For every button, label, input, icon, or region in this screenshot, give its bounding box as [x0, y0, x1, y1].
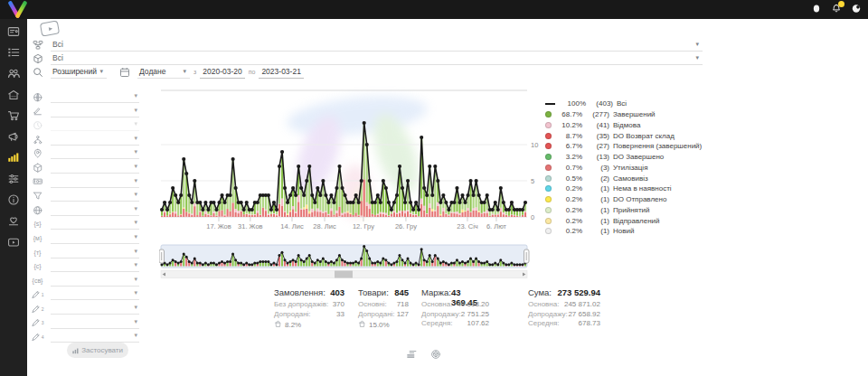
profile-icon[interactable]	[851, 3, 862, 14]
legend-item[interactable]: 8.7%(35)DO Возврат склад	[545, 130, 702, 141]
filter-dropdown-15[interactable]: ▾	[51, 303, 139, 315]
filter-panel-row-9: {s}▾	[31, 217, 139, 230]
chart-brush[interactable]	[159, 242, 548, 282]
filter-row-search: Розширений ▾ Додане ▾ з 2020-03-20 по 20…	[33, 66, 703, 78]
filter-panel-row-2: ▾	[31, 118, 139, 131]
svg-text:6. Лют: 6. Лют	[486, 222, 507, 230]
svg-text:28. Лис: 28. Лис	[313, 222, 336, 230]
legend-line-swatch	[545, 103, 555, 105]
legend-item[interactable]: 0.5%(2)Самовивіз	[545, 173, 702, 183]
legend-count: (1)	[584, 217, 609, 225]
date-field-dropdown[interactable]: Додане ▾	[137, 66, 190, 79]
filter-dropdown-16[interactable]: ▾	[51, 317, 139, 329]
filter-panel-row-6: ▾	[31, 175, 139, 188]
sidebar-item-megaphone[interactable]	[0, 127, 27, 148]
legend-percent: 0.2%	[555, 217, 582, 225]
sidebar-item-integrations[interactable]	[0, 170, 27, 191]
product-filter-dropdown[interactable]: Всі ▾	[51, 52, 703, 65]
filter-dropdown-4[interactable]: ▾	[51, 147, 139, 159]
stat-sub-label: Основна:	[528, 300, 559, 309]
play-icon	[48, 26, 52, 31]
stat-sub-label: Допродажу:	[528, 310, 568, 319]
chevron-down-icon: ▾	[134, 318, 137, 325]
legend-item[interactable]: 0.2%(1)DO Отправлено	[545, 194, 702, 205]
app-root: Всі ▾ Всі ▾ Розширений ▾ Додане ▾ з 2020…	[0, 0, 868, 376]
filter-panel-row-11: {т}▾	[31, 246, 139, 258]
date-from-input[interactable]: 2020-03-20	[200, 66, 244, 79]
legend-item[interactable]: 10.2%(41)Відмова	[545, 120, 702, 131]
category-tree-icon	[33, 40, 43, 51]
chevron-down-icon: ▾	[695, 41, 699, 48]
sidebar-item-analytics[interactable]	[0, 149, 27, 170]
legend-item[interactable]: 0.2%(1)Новий	[545, 226, 702, 237]
legend-label: Відмова	[613, 121, 640, 129]
legend-dot-swatch	[545, 218, 552, 224]
legend-dot-swatch	[545, 164, 552, 171]
legend-item[interactable]: 6.7%(27)Повернення (завершений)	[545, 141, 702, 152]
legend-item[interactable]: 0.2%(1)Прийнятий	[545, 205, 702, 216]
filter-dropdown-13[interactable]: ▾	[51, 275, 139, 287]
filter-dropdown-10[interactable]: ▾	[51, 232, 139, 244]
brush-handle-left[interactable]	[159, 249, 165, 263]
legend-percent: 10.2%	[555, 121, 582, 129]
orders-chart[interactable]: 051017. Жов31. Жов14. Лис28. Лис12. Гру2…	[159, 87, 548, 235]
sidebar-item-customers[interactable]	[0, 65, 27, 86]
filter-dropdown-5[interactable]: ▾	[51, 162, 139, 174]
sidebar-item-video[interactable]	[0, 233, 27, 254]
stat-sub-label: Допродані:	[358, 310, 395, 319]
search-mode-dropdown[interactable]: Розширений ▾	[51, 66, 107, 79]
source-pen-icon	[31, 106, 44, 118]
filter-panel-row-15: 2▾	[31, 302, 139, 315]
video-hint-icon[interactable]	[40, 20, 60, 36]
filter-dropdown-8[interactable]: ▾	[51, 204, 139, 216]
package-view-icon[interactable]	[430, 347, 441, 358]
legend-item[interactable]: 0.2%(1)Відправлений	[545, 215, 702, 226]
brush-handle-right[interactable]	[524, 249, 530, 263]
sidebar-item-cart[interactable]	[0, 107, 27, 127]
legend-label: DO Отправлено	[613, 195, 666, 203]
legend-item[interactable]: 0.2%(1)Нема в наявності	[545, 183, 702, 194]
legend-item[interactable]: 0.7%(3)Утилізація	[545, 163, 702, 174]
sidebar-item-info[interactable]	[0, 191, 27, 212]
filter-dropdown-6[interactable]: ▾	[51, 176, 139, 188]
legend-percent: 0.2%	[555, 206, 582, 214]
filter-dropdown-9[interactable]: ▾	[51, 218, 139, 230]
notifications-bell-icon[interactable]	[831, 3, 842, 14]
legend-item[interactable]: 100%(403)Всі	[545, 99, 702, 109]
funnel-icon	[31, 190, 44, 202]
stat-title: Сума:	[528, 287, 552, 299]
filter-dropdown-0[interactable]: ▾	[51, 91, 139, 103]
filter-dropdown-3[interactable]: ▾	[51, 134, 139, 146]
filter-dropdown-12[interactable]: ▾	[51, 260, 139, 272]
chevron-down-icon: ▾	[134, 148, 137, 155]
sidebar-item-dashboard[interactable]	[0, 23, 27, 43]
filter-dropdown-14[interactable]: ▾	[51, 288, 139, 300]
filter-dropdown-1[interactable]: ▾	[51, 106, 139, 118]
manager-pin-icon	[31, 147, 44, 159]
legend-percent: 6.7%	[555, 142, 582, 150]
scrollbar-thumb[interactable]	[335, 271, 353, 278]
legend-item[interactable]: 68.7%(277)Завершений	[545, 109, 702, 120]
stat-value: 43 369.45	[451, 287, 489, 299]
legend-label: Завершений	[613, 110, 656, 118]
date-to-input[interactable]: 2023-03-21	[259, 66, 303, 79]
chevron-down-icon: ▾	[134, 219, 137, 226]
sidebar-item-orders-list[interactable]	[0, 43, 27, 64]
filter-panel-row-4: ▾	[31, 146, 139, 159]
search-icon	[33, 67, 43, 78]
package-icon	[31, 162, 44, 174]
category-filter-dropdown[interactable]: Всі ▾	[51, 39, 703, 52]
apply-button[interactable]: Застосувати	[67, 343, 128, 358]
svg-text:14. Лис: 14. Лис	[280, 222, 304, 230]
filter-dropdown-2[interactable]: ▾	[51, 119, 139, 131]
sidebar-item-store[interactable]	[0, 86, 27, 107]
list-view-icon[interactable]	[406, 347, 417, 358]
filter-dropdown-7[interactable]: ▾	[51, 190, 139, 202]
legend-item[interactable]: 3.2%(13)DO Завершено	[545, 152, 702, 163]
stats-column-2: Маржа:43 369.45Основна:40 618.20Допродаж…	[421, 287, 489, 328]
sidebar-item-partners[interactable]	[0, 212, 27, 233]
filter-dropdown-17[interactable]: ▾	[51, 331, 139, 343]
user-avatar-icon[interactable]	[811, 3, 822, 14]
filter-dropdown-11[interactable]: ▾	[51, 247, 139, 258]
stat-sub-label: Середня:	[528, 319, 560, 328]
